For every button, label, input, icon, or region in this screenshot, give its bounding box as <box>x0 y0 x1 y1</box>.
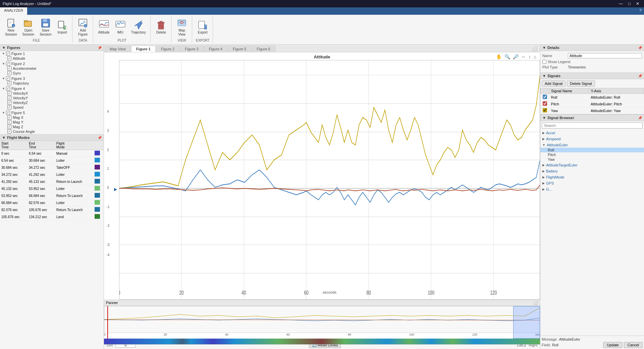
accel-group-header[interactable]: ▶ Accel <box>540 130 644 136</box>
flight-modes-pin-icon[interactable]: 📌 <box>98 136 102 140</box>
chart-tool-zoom-in[interactable]: 🔍 <box>503 54 511 60</box>
yaw-tree-item[interactable]: Yaw <box>540 157 644 162</box>
pitch-signal-row[interactable]: Pitch AttitudeEuler: Pitch <box>541 101 644 107</box>
details-header[interactable]: ▼ Details 📌 <box>540 45 644 51</box>
yaw-signal-row[interactable]: Yaw AttitudeEuler: Yaw <box>541 107 644 114</box>
figure1-checkbox[interactable] <box>6 52 10 56</box>
import-button[interactable]: Import <box>55 18 70 36</box>
attitude-button[interactable]: Attitude <box>96 18 112 36</box>
analyzer-tab[interactable]: ANALYZER <box>0 7 27 15</box>
figure3-row[interactable]: ▼ Figure 3 <box>0 76 104 81</box>
tab-figure1[interactable]: Figure 1 <box>131 46 156 52</box>
velocityy-checkbox[interactable] <box>7 96 11 100</box>
figure1-row[interactable]: ▼ Figure 1 <box>0 51 104 56</box>
course-angle-item[interactable]: Course Angle <box>5 129 104 134</box>
yaw-checkbox[interactable] <box>543 108 547 112</box>
save-session-button[interactable]: SaveSession <box>37 16 54 38</box>
speed-item[interactable]: Speed <box>5 105 104 110</box>
velocityz-checkbox[interactable] <box>7 101 11 105</box>
pitch-checkbox[interactable] <box>543 101 547 106</box>
add-figure-button[interactable]: + AddFigure <box>75 16 91 38</box>
attitude-item[interactable]: Attitude <box>5 56 104 61</box>
minimize-button[interactable]: — <box>617 1 625 6</box>
signal-browser-pin-icon[interactable]: 📌 <box>638 116 642 120</box>
attitude-target-group-header[interactable]: ▶ AttitudeTargetEuler <box>540 162 644 168</box>
flight-mode-group-header[interactable]: ▶ FlightMode <box>540 174 644 180</box>
name-input[interactable] <box>568 53 642 58</box>
airspeed-group-header[interactable]: ▶ Airspeed <box>540 136 644 142</box>
roll-tree-item[interactable]: Roll <box>540 148 644 152</box>
attitude-checkbox[interactable] <box>7 56 11 60</box>
figures-pin-icon[interactable]: 📌 <box>98 46 102 50</box>
pitch-tree-item[interactable]: Pitch <box>540 152 644 157</box>
export-button[interactable]: Export <box>195 18 210 36</box>
signal-browser-header[interactable]: ▼ Signal Browser 📌 <box>540 114 644 121</box>
open-session-button[interactable]: OpenSession <box>20 16 37 38</box>
imu-button[interactable]: IMU <box>113 18 128 36</box>
magz-checkbox[interactable] <box>7 125 11 129</box>
accelerometer-checkbox[interactable] <box>7 66 11 70</box>
gyro-checkbox[interactable] <box>7 71 11 75</box>
signal-search-input[interactable] <box>542 122 643 129</box>
trajectory-button[interactable]: Trajectory <box>129 18 148 36</box>
gps-group-header[interactable]: ▶ GPS <box>540 181 644 186</box>
new-session-button[interactable]: + NewSession <box>3 16 19 38</box>
flight-modes-header[interactable]: ▼ Flight Modes 📌 <box>0 135 104 141</box>
maximize-chart-icon[interactable]: ⬜ <box>530 45 539 52</box>
figure5-checkbox[interactable] <box>6 111 10 115</box>
panner-content[interactable]: 0 20 40 60 80 100 120 sec <box>104 306 540 339</box>
roll-signal-row[interactable]: Roll AttitudeEuler: Roll <box>541 94 644 101</box>
magx-checkbox[interactable] <box>7 115 11 119</box>
help-button[interactable]: ? <box>637 7 644 15</box>
chart-tool-zoom-y[interactable]: ↕ <box>528 54 532 60</box>
battery-group-header[interactable]: ▶ Battery <box>540 168 644 174</box>
gyro-item[interactable]: Gyro <box>5 71 104 76</box>
main-chart-svg[interactable]: 0 20 40 60 80 100 120 <box>119 60 540 300</box>
accelerometer-item[interactable]: Accelerometer <box>5 66 104 71</box>
magy-item[interactable]: Mag Y <box>5 120 104 124</box>
velocityy-item[interactable]: VelocityY <box>5 96 104 100</box>
figure2-checkbox[interactable] <box>6 62 10 66</box>
figure4-checkbox[interactable] <box>6 87 10 91</box>
tab-figure5[interactable]: Figure 5 <box>228 46 251 52</box>
chart-tool-zoom-out[interactable]: 🔎 <box>512 54 520 60</box>
velocityx-checkbox[interactable] <box>7 91 11 95</box>
g-group-header[interactable]: ▶ G... <box>540 187 644 192</box>
signals-pin-icon[interactable]: 📌 <box>638 74 642 78</box>
velocityz-item[interactable]: VelocityZ <box>5 100 104 105</box>
trajectory-tree-item[interactable]: Trajectory <box>5 81 104 86</box>
delete-signal-button[interactable]: Delete Signal <box>567 81 595 87</box>
chart-tool-zoom-x[interactable]: ↔ <box>520 54 527 60</box>
magx-item[interactable]: Mag X <box>5 115 104 120</box>
figures-header[interactable]: ▼ Figures 📌 <box>0 45 104 51</box>
update-button[interactable]: Update <box>603 342 622 348</box>
panner-maximize-icon[interactable]: ⬜ <box>533 301 538 305</box>
speed-checkbox[interactable] <box>7 105 11 109</box>
maximize-button[interactable]: □ <box>626 1 633 6</box>
cancel-button[interactable]: Cancel <box>624 342 643 348</box>
tab-map-view[interactable]: Map View <box>105 46 131 52</box>
close-button[interactable]: ✕ <box>634 1 641 6</box>
attitude-euler-group-header[interactable]: ▼ AttitudeEuler <box>540 142 644 148</box>
signals-header[interactable]: ▼ Signals 📌 <box>540 73 644 79</box>
details-pin-icon[interactable]: 📌 <box>638 46 642 50</box>
tab-figure6[interactable]: Figure 6 <box>252 46 275 52</box>
magy-checkbox[interactable] <box>7 120 11 124</box>
tab-figure3[interactable]: Figure 3 <box>180 46 203 52</box>
velocityx-item[interactable]: VelocityX <box>5 91 104 96</box>
magz-item[interactable]: Mag Z <box>5 124 104 129</box>
chart-tool-pan[interactable]: ✋ <box>495 54 503 60</box>
figure5-row[interactable]: ▼ Figure 5 <box>0 110 104 115</box>
tab-figure4[interactable]: Figure 4 <box>204 46 227 52</box>
tab-figure2[interactable]: Figure 2 <box>156 46 179 52</box>
course-angle-checkbox[interactable] <box>7 130 11 134</box>
figure2-row[interactable]: ▼ Figure 2 <box>0 61 104 66</box>
delete-button[interactable]: Delete <box>153 18 169 36</box>
roll-checkbox[interactable] <box>543 95 547 99</box>
figure3-checkbox[interactable] <box>6 77 10 81</box>
map-view-button[interactable]: MapView <box>174 16 190 38</box>
trajectory-checkbox[interactable] <box>7 81 11 85</box>
add-signal-button[interactable]: Add Signal <box>542 81 566 87</box>
show-legend-checkbox[interactable] <box>542 60 546 64</box>
figure4-row[interactable]: ▼ Figure 4 <box>0 86 104 91</box>
